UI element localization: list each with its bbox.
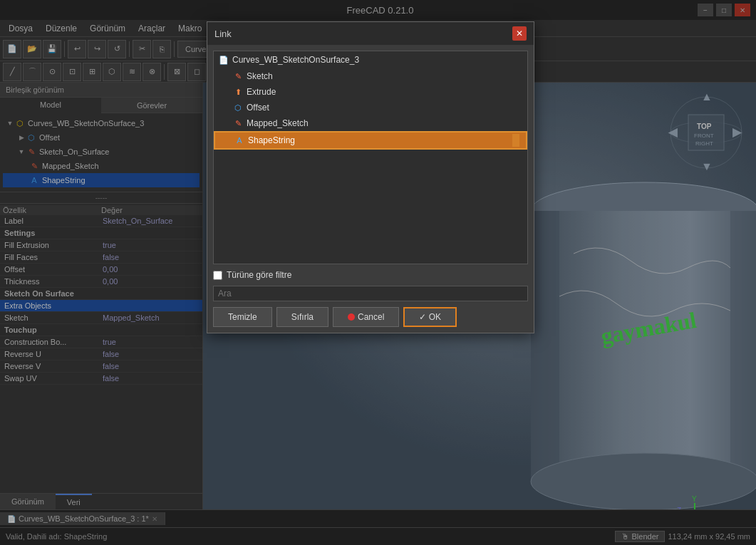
cancel-red-dot [348, 313, 355, 321]
filter-label: Türüne göre filtre [227, 270, 291, 280]
modal-tree-sketch[interactable]: ✎ Sketch [214, 68, 527, 84]
modal-tree-label-extrude: Extrude [247, 87, 276, 97]
filter-checkbox[interactable] [213, 271, 222, 280]
reset-button[interactable]: Sıfırla [276, 307, 328, 327]
modal-doc-icon: 📄 [218, 54, 229, 66]
modal-titlebar: Link ✕ [207, 22, 534, 45]
search-input[interactable] [213, 286, 528, 301]
modal-buttons: Temizle Sıfırla Cancel ✓ OK [213, 307, 528, 327]
ok-label: OK [429, 312, 441, 322]
modal-filter: Türüne göre filtre [213, 270, 528, 280]
modal-close-button[interactable]: ✕ [512, 26, 527, 41]
ok-icon: ✓ [419, 312, 426, 322]
modal-tree-label-sketch: Sketch [247, 71, 273, 81]
modal-tree-extrude[interactable]: ⬆ Extrude [214, 84, 527, 100]
modal-body: 📄 Curves_WB_SketchOnSurface_3 ✎ Sketch ⬆… [207, 45, 534, 333]
modal-tree-mapped-sketch[interactable]: ✎ Mapped_Sketch [214, 115, 527, 131]
modal-search [213, 286, 528, 301]
modal-tree-shapestring[interactable]: A ShapeString [214, 131, 527, 150]
cancel-label: Cancel [358, 312, 384, 322]
modal-title: Link [214, 28, 232, 39]
modal-extrude-icon: ⬆ [232, 86, 244, 98]
modal-tree: 📄 Curves_WB_SketchOnSurface_3 ✎ Sketch ⬆… [213, 51, 528, 264]
ok-button[interactable]: ✓ OK [403, 307, 457, 327]
modal-shape-icon: A [234, 135, 245, 146]
modal-overlay: Link ✕ 📄 Curves_WB_SketchOnSurface_3 ✎ S… [0, 0, 756, 545]
modal-tree-label-root: Curves_WB_SketchOnSurface_3 [232, 55, 359, 65]
cancel-button[interactable]: Cancel [333, 307, 399, 327]
selection-indicator [512, 134, 519, 147]
modal-tree-offset[interactable]: ⬡ Offset [214, 100, 527, 115]
modal-sketch-icon: ✎ [232, 71, 244, 82]
modal-tree-label-shape: ShapeString [248, 135, 295, 145]
modal-tree-label-offset: Offset [247, 103, 269, 113]
modal-tree-root[interactable]: 📄 Curves_WB_SketchOnSurface_3 [214, 51, 527, 68]
clean-button[interactable]: Temizle [213, 307, 272, 327]
link-modal: Link ✕ 📄 Curves_WB_SketchOnSurface_3 ✎ S… [207, 21, 534, 333]
modal-offset-icon: ⬡ [232, 102, 244, 113]
modal-mapped-icon: ✎ [232, 118, 244, 129]
modal-tree-label-mapped: Mapped_Sketch [247, 118, 309, 128]
